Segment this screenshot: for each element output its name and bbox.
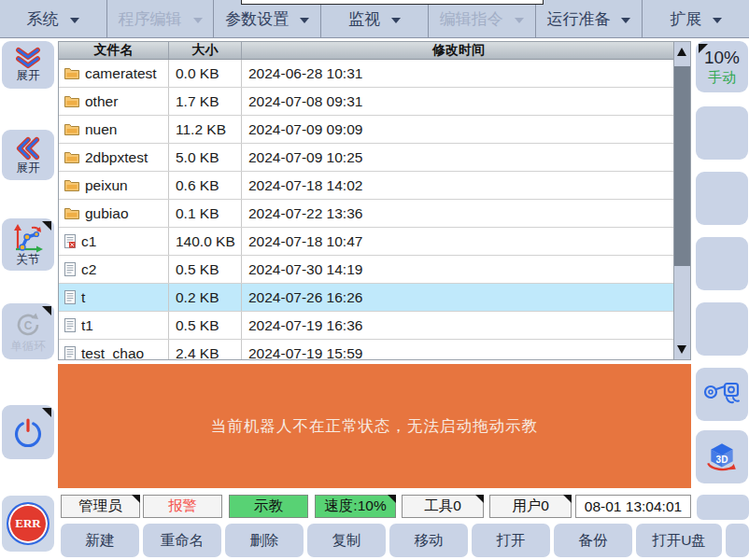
button-label: 复制 bbox=[332, 531, 361, 551]
expand-down-button[interactable]: 展开 bbox=[2, 41, 54, 89]
file-name: gubiao bbox=[85, 205, 129, 222]
menu-item-monitor[interactable]: 监视 bbox=[321, 0, 429, 37]
status-alarm[interactable]: 报警 bbox=[143, 495, 222, 518]
file-size-cell: 2.4 KB bbox=[169, 340, 242, 360]
folder-icon bbox=[64, 207, 79, 219]
err-icon: ERR bbox=[7, 502, 49, 545]
folder-icon bbox=[64, 95, 79, 107]
corner-flag bbox=[132, 495, 140, 503]
table-row[interactable]: c2 0.5 KB 2024-07-30 14:19 bbox=[59, 256, 675, 284]
scrollbar-thumb[interactable] bbox=[674, 66, 690, 266]
menu-item-edit-instruction: 编辑指令 bbox=[429, 0, 536, 37]
move-button[interactable]: 移动 bbox=[389, 524, 468, 557]
scrollbar-track[interactable] bbox=[673, 42, 690, 359]
button-label: 删除 bbox=[250, 531, 279, 551]
softkey-blank-1 bbox=[696, 106, 748, 160]
file-name: cameratest bbox=[85, 65, 157, 82]
menu-item-extension[interactable]: 扩展 bbox=[643, 0, 749, 37]
menu-item-parameter-settings[interactable]: 参数设置 bbox=[214, 0, 321, 37]
single-cycle-label: 单循环 bbox=[10, 341, 46, 354]
corner-flag bbox=[388, 495, 396, 503]
manual-mode-label: 手动 bbox=[708, 69, 736, 87]
file-name-cell: peixun bbox=[59, 172, 169, 199]
file-size-cell: 140.0 KB bbox=[169, 228, 242, 255]
expand-left-button[interactable]: 展开 bbox=[2, 130, 54, 180]
table-row[interactable]: 2dbpxtest 5.0 KB 2024-07-09 10:25 bbox=[59, 144, 675, 172]
file-name: t1 bbox=[81, 317, 93, 334]
file-modified-cell: 2024-07-18 14:02 bbox=[242, 172, 675, 199]
file-name-cell: c2 bbox=[59, 256, 169, 283]
open-usb-button[interactable]: 打开U盘 bbox=[636, 524, 722, 557]
new-button[interactable]: 新建 bbox=[61, 524, 139, 557]
file-size-cell: 0.6 KB bbox=[169, 172, 242, 199]
file-table-header: 文件名 大小 修改时间 bbox=[59, 42, 675, 60]
menu-label: 系统 bbox=[27, 8, 59, 30]
joint-coordinate-button[interactable]: 关节 bbox=[2, 218, 54, 271]
table-row[interactable]: t1 0.5 KB 2024-07-19 16:36 bbox=[59, 312, 675, 340]
drag-teach-button[interactable] bbox=[696, 368, 748, 421]
corner-flag bbox=[475, 495, 484, 503]
file-size-cell: 0.5 KB bbox=[169, 312, 242, 339]
svg-text:3D: 3D bbox=[716, 455, 728, 465]
menu-item-run-preparation[interactable]: 运行准备 bbox=[536, 0, 643, 37]
svg-text:C: C bbox=[24, 319, 33, 332]
joint-label: 关节 bbox=[17, 254, 40, 267]
delete-button[interactable]: 删除 bbox=[225, 524, 304, 557]
table-row[interactable]: gubiao 0.1 KB 2024-07-22 13:36 bbox=[59, 200, 675, 228]
file-modified-cell: 2024-07-09 09:09 bbox=[242, 116, 675, 143]
copy-button[interactable]: 复制 bbox=[307, 524, 386, 557]
file-size-cell: 1.7 KB bbox=[169, 88, 242, 115]
chevron-down-icon bbox=[300, 18, 309, 23]
open-button[interactable]: 打开 bbox=[472, 524, 550, 557]
file-name-cell: gubiao bbox=[59, 200, 169, 227]
power-button[interactable] bbox=[2, 405, 54, 459]
single-cycle-icon: C bbox=[13, 310, 43, 340]
document-icon bbox=[64, 290, 76, 304]
file-modified-cell: 2024-07-26 16:26 bbox=[242, 284, 675, 311]
status-user-frame[interactable]: 用户0 bbox=[489, 495, 572, 518]
table-row[interactable]: other 1.7 KB 2024-07-08 09:31 bbox=[59, 88, 675, 116]
file-name: t bbox=[81, 289, 85, 306]
status-role[interactable]: 管理员 bbox=[61, 495, 140, 518]
corner-flag bbox=[699, 44, 708, 53]
backup-button[interactable]: 备份 bbox=[554, 524, 632, 557]
column-header-modified: 修改时间 bbox=[242, 42, 675, 59]
column-header-size: 大小 bbox=[169, 42, 242, 59]
error-button[interactable]: ERR bbox=[2, 496, 54, 552]
bottom-blank-stub bbox=[726, 524, 749, 557]
err-label: ERR bbox=[15, 516, 40, 531]
rename-button[interactable]: 重命名 bbox=[143, 524, 221, 557]
speed-label: 速度:10% bbox=[324, 497, 386, 516]
corner-flag bbox=[563, 495, 572, 503]
table-row[interactable]: cameratest 0.0 KB 2024-06-28 10:31 bbox=[59, 60, 675, 88]
status-speed[interactable]: 速度:10% bbox=[315, 495, 396, 518]
status-tool[interactable]: 工具0 bbox=[402, 495, 484, 518]
file-modified-cell: 2024-07-19 15:59 bbox=[242, 340, 675, 360]
double-chevron-left-icon bbox=[16, 135, 40, 161]
table-row[interactable]: nuen 11.2 KB 2024-07-09 09:09 bbox=[59, 116, 675, 144]
document-icon bbox=[64, 318, 76, 332]
scroll-up-icon[interactable] bbox=[677, 48, 686, 56]
warning-message: 当前机器人不在正常状态，无法启动拖动示教 bbox=[58, 364, 691, 488]
speed-mode-indicator[interactable]: 10% 手动 bbox=[696, 41, 748, 92]
scroll-down-icon[interactable] bbox=[677, 345, 686, 354]
table-row[interactable]: t 0.2 KB 2024-07-26 16:26 bbox=[59, 284, 675, 312]
expand-left-label: 展开 bbox=[17, 162, 40, 175]
folder-icon bbox=[64, 151, 79, 163]
role-label: 管理员 bbox=[78, 497, 122, 516]
file-size-cell: 5.0 KB bbox=[169, 144, 242, 171]
table-row[interactable]: peixun 0.6 KB 2024-07-18 14:02 bbox=[59, 172, 675, 200]
folder-icon bbox=[64, 67, 79, 79]
menu-item-system[interactable]: 系统 bbox=[0, 0, 107, 37]
warning-message-text: 当前机器人不在正常状态，无法启动拖动示教 bbox=[211, 416, 538, 437]
file-modified-cell: 2024-07-30 14:19 bbox=[242, 256, 675, 283]
program-file-icon bbox=[64, 234, 76, 248]
softkey-blank-3 bbox=[696, 237, 748, 290]
table-row[interactable]: test_chao 2.4 KB 2024-07-19 15:59 bbox=[59, 340, 675, 360]
chevron-down-icon bbox=[193, 18, 203, 23]
three-d-cube-icon: 3D bbox=[705, 441, 739, 474]
user-frame-label: 用户0 bbox=[512, 497, 549, 516]
view-3d-button[interactable]: 3D bbox=[696, 430, 748, 483]
file-modified-cell: 2024-06-28 10:31 bbox=[242, 60, 675, 87]
table-row[interactable]: c1 140.0 KB 2024-07-18 10:47 bbox=[59, 228, 675, 256]
